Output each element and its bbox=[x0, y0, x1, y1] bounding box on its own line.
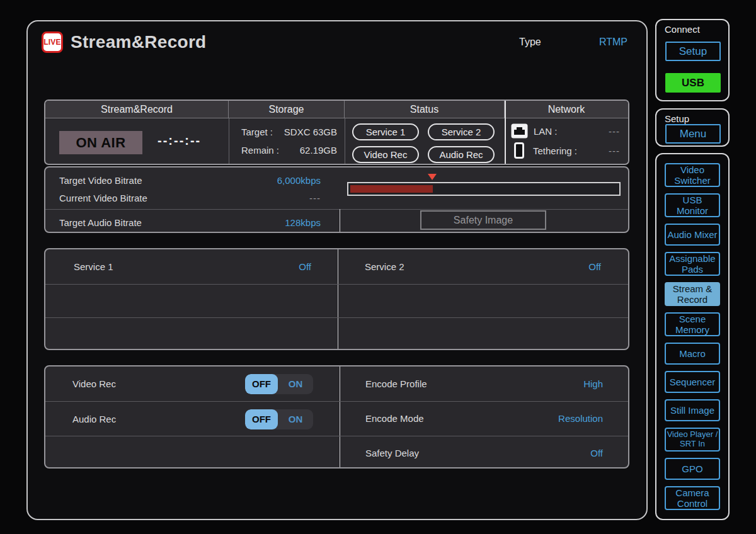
connect-label: Connect bbox=[665, 24, 700, 35]
services-panel: Service 1 Off Service 2 Off bbox=[44, 248, 629, 350]
nav-camera-control[interactable]: Camera Control bbox=[665, 486, 720, 510]
column-header-stream-record: Stream&Record bbox=[45, 101, 229, 118]
video-rec-row: Video Rec OFF ON bbox=[45, 366, 340, 401]
tethering-value: --- bbox=[609, 145, 620, 156]
target-video-bitrate-value: 6,000kbps bbox=[277, 175, 321, 186]
nav-stream-record[interactable]: Stream & Record bbox=[665, 282, 720, 306]
row-divider bbox=[45, 209, 628, 210]
current-video-bitrate-value: --- bbox=[309, 193, 321, 203]
column-header-network: Network bbox=[505, 101, 628, 118]
bitrate-panel: Target Video Bitrate 6,000kbps Current V… bbox=[44, 166, 629, 233]
encode-mode-value: Resolution bbox=[558, 413, 603, 424]
target-video-bitrate-row[interactable]: Target Video Bitrate 6,000kbps bbox=[45, 171, 340, 190]
encode-profile-value: High bbox=[583, 378, 603, 389]
setup-menu-button[interactable]: Menu bbox=[665, 124, 721, 144]
video-rec-toggle-off[interactable]: OFF bbox=[245, 374, 278, 394]
storage-cell: Target : SDXC 63GB Remain : 62.19GB bbox=[229, 118, 345, 164]
nav-box: Video Switcher USB Monitor Audio Mixer A… bbox=[655, 153, 730, 520]
stream-record-cell: ON AIR --:--:-- bbox=[45, 118, 229, 164]
storage-target-row: Target : SDXC 63GB bbox=[241, 127, 337, 137]
live-icon: LIVE bbox=[42, 31, 63, 53]
nav-scene-memory[interactable]: Scene Memory bbox=[665, 312, 720, 336]
audio-rec-status-pill[interactable]: Audio Rec bbox=[428, 146, 495, 163]
stream-type-label: Type bbox=[519, 37, 541, 48]
bitrate-meter-fill bbox=[350, 185, 433, 193]
storage-remain-row: Remain : 62.19GB bbox=[241, 145, 337, 156]
nav-usb-monitor[interactable]: USB Monitor bbox=[665, 193, 720, 217]
column-header-storage: Storage bbox=[229, 101, 345, 118]
nav-video-switcher[interactable]: Video Switcher bbox=[665, 163, 720, 187]
storage-target-value: SDXC 63GB bbox=[284, 127, 337, 137]
video-rec-status-pill[interactable]: Video Rec bbox=[352, 146, 419, 163]
audio-rec-toggle-off[interactable]: OFF bbox=[245, 409, 278, 429]
safety-delay-value: Off bbox=[590, 448, 603, 458]
safety-delay-label: Safety Delay bbox=[365, 448, 419, 458]
service-1-label: Service 1 bbox=[74, 261, 113, 272]
column-header-status: Status bbox=[345, 101, 505, 118]
lan-row: LAN : --- bbox=[511, 123, 620, 139]
connect-box: Connect Setup USB bbox=[655, 19, 730, 101]
target-audio-bitrate-row[interactable]: Target Audio Bitrate 128kbps bbox=[45, 210, 340, 234]
nav-audio-mixer[interactable]: Audio Mixer bbox=[665, 224, 720, 246]
encode-mode-label: Encode Mode bbox=[365, 413, 424, 424]
nav-sequencer[interactable]: Sequencer bbox=[665, 371, 720, 393]
stream-type-value[interactable]: RTMP bbox=[599, 37, 627, 48]
status-table-header: Stream&Record Storage Status Network bbox=[45, 101, 628, 118]
encode-mode-row[interactable]: Encode Mode Resolution bbox=[340, 401, 628, 435]
bitrate-marker-icon bbox=[428, 174, 437, 180]
connect-setup-button[interactable]: Setup bbox=[665, 42, 721, 61]
lan-value: --- bbox=[609, 126, 620, 137]
service-2-value: Off bbox=[588, 261, 601, 272]
tethering-phone-icon bbox=[514, 142, 524, 159]
current-video-bitrate-row: Current Video Bitrate --- bbox=[45, 188, 340, 207]
audio-rec-toggle[interactable]: OFF ON bbox=[245, 409, 313, 429]
record-settings-panel: Video Rec OFF ON Audio Rec OFF ON Encode… bbox=[44, 365, 629, 469]
tethering-label: Tethering : bbox=[533, 145, 577, 156]
target-audio-bitrate-label: Target Audio Bitrate bbox=[59, 217, 142, 228]
setup-label: Setup bbox=[665, 113, 689, 124]
panel-divider bbox=[340, 209, 340, 232]
storage-remain-value: 62.19GB bbox=[300, 145, 337, 156]
service-2-row[interactable]: Service 2 Off bbox=[338, 249, 628, 284]
safety-image-button[interactable]: Safety Image bbox=[420, 210, 546, 230]
target-video-bitrate-label: Target Video Bitrate bbox=[59, 175, 142, 186]
setup-box: Setup Menu bbox=[655, 108, 730, 147]
nav-assignable-pads[interactable]: Assignable Pads bbox=[665, 252, 720, 276]
audio-rec-toggle-on[interactable]: ON bbox=[278, 409, 313, 429]
service-2-label: Service 2 bbox=[365, 261, 404, 272]
safety-delay-row[interactable]: Safety Delay Off bbox=[340, 436, 628, 470]
nav-gpo[interactable]: GPO bbox=[665, 458, 720, 480]
record-timecode: --:--:-- bbox=[158, 134, 201, 148]
nav-video-player-srt-in[interactable]: Video Player / SRT In bbox=[665, 428, 720, 452]
storage-target-label: Target : bbox=[241, 127, 273, 137]
audio-rec-label: Audio Rec bbox=[72, 414, 116, 424]
lan-label: LAN : bbox=[534, 126, 558, 137]
service-1-status-pill[interactable]: Service 1 bbox=[352, 123, 419, 140]
video-rec-toggle-on[interactable]: ON bbox=[278, 374, 313, 394]
on-air-indicator: ON AIR bbox=[59, 131, 142, 154]
service-2-status-pill[interactable]: Service 2 bbox=[428, 123, 495, 140]
encode-profile-label: Encode Profile bbox=[365, 378, 427, 389]
audio-rec-row: Audio Rec OFF ON bbox=[45, 402, 340, 436]
main-window: LIVE Stream&Record Type RTMP Stream&Reco… bbox=[26, 20, 648, 520]
nav-macro[interactable]: Macro bbox=[665, 343, 720, 365]
lan-icon bbox=[511, 123, 528, 139]
page-title: Stream&Record bbox=[71, 32, 207, 52]
video-rec-toggle[interactable]: OFF ON bbox=[245, 374, 313, 394]
row-divider bbox=[45, 284, 628, 285]
status-cell: Service 1 Service 2 Video Rec Audio Rec bbox=[345, 118, 505, 164]
status-table: Stream&Record Storage Status Network ON … bbox=[44, 99, 629, 165]
tethering-row: Tethering : --- bbox=[511, 142, 620, 159]
row-divider bbox=[45, 317, 628, 318]
video-rec-label: Video Rec bbox=[72, 378, 116, 389]
connect-usb-button[interactable]: USB bbox=[665, 73, 721, 93]
service-1-row[interactable]: Service 1 Off bbox=[45, 249, 338, 284]
service-1-value: Off bbox=[299, 261, 311, 272]
storage-remain-label: Remain : bbox=[241, 145, 279, 156]
bitrate-meter bbox=[347, 182, 621, 196]
nav-still-image[interactable]: Still Image bbox=[665, 399, 720, 421]
target-audio-bitrate-value: 128kbps bbox=[285, 217, 321, 228]
network-cell: LAN : --- Tethering : --- bbox=[505, 118, 628, 164]
encode-profile-row[interactable]: Encode Profile High bbox=[340, 366, 628, 401]
current-video-bitrate-label: Current Video Bitrate bbox=[59, 193, 147, 203]
